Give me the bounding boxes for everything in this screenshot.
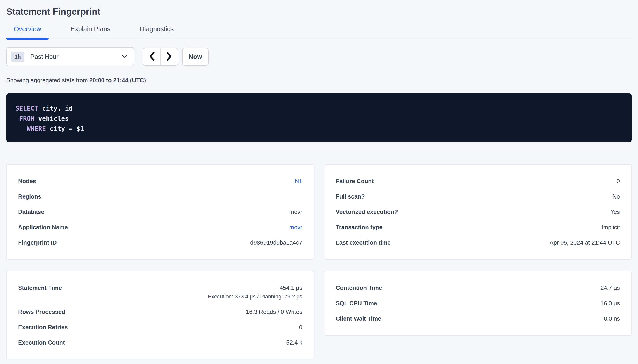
statement-details-card-right: Failure Count 0 Full scan? No Vectorized… xyxy=(324,164,632,260)
row-value: 0 xyxy=(617,178,620,184)
interval-badge: 1h xyxy=(11,52,25,62)
row-value: 0 xyxy=(299,324,302,330)
sql-keyword: FROM xyxy=(19,115,35,122)
cards-grid: Nodes N1 Regions Database movr Applicati… xyxy=(6,164,632,360)
stats-line-prefix: Showing aggregated stats from xyxy=(6,77,89,84)
row-value: 16.0 µs xyxy=(600,300,620,306)
stat-row-client-wait-time: Client Wait Time 0.0 ns xyxy=(336,315,620,322)
time-range-label: Past Hour xyxy=(30,53,122,60)
sql-line: SELECT city, id xyxy=(16,103,622,114)
sql-indent xyxy=(16,125,27,132)
sql-text: vehicles xyxy=(35,115,69,122)
stat-row-contention-time: Contention Time 24.7 µs xyxy=(336,284,620,291)
row-label: Contention Time xyxy=(336,284,389,291)
row-label: Database xyxy=(18,208,51,215)
row-value: 0.0 ns xyxy=(604,315,620,322)
tab-overview[interactable]: Overview xyxy=(6,22,49,39)
row-value: 52.4 k xyxy=(286,339,302,346)
stat-row-sql-cpu-time: SQL CPU Time 16.0 µs xyxy=(336,300,620,306)
stats-line-range: 20:00 to 21:44 (UTC) xyxy=(89,77,146,84)
nodes-link[interactable]: N1 xyxy=(295,178,302,184)
statement-fingerprint-page: Statement Fingerprint Overview Explain P… xyxy=(0,0,638,360)
row-value-block: 454.1 µs Execution: 373.4 µs / Planning:… xyxy=(208,284,302,300)
row-label: Nodes xyxy=(18,178,43,184)
row-label: Execution Retries xyxy=(18,324,75,330)
detail-row-database: Database movr xyxy=(18,208,302,215)
stat-row-execution-count: Execution Count 52.4 k xyxy=(18,339,302,346)
row-label: Last execution time xyxy=(336,239,397,246)
sql-line: WHERE city = $1 xyxy=(16,124,622,134)
row-label: Fingerprint ID xyxy=(18,239,63,246)
row-label: Statement Time xyxy=(18,284,69,291)
row-value: No xyxy=(612,193,620,200)
row-value: 16.3 Reads / 0 Writes xyxy=(246,308,302,315)
sql-line: FROM vehicles xyxy=(16,114,622,124)
row-value: Apr 05, 2024 at 21:44 UTC xyxy=(549,239,620,246)
row-value: 24.7 µs xyxy=(600,284,620,291)
detail-row-failure-count: Failure Count 0 xyxy=(336,178,620,184)
application-name-link[interactable]: movr xyxy=(289,224,302,230)
chevron-down-icon xyxy=(122,54,127,59)
row-value: d986919d9ba1a4c7 xyxy=(250,239,302,246)
sql-keyword: WHERE xyxy=(27,125,46,132)
execution-stats-card-left: Statement Time 454.1 µs Execution: 373.4… xyxy=(6,271,314,360)
detail-row-full-scan: Full scan? No xyxy=(336,193,620,200)
sql-keyword: SELECT xyxy=(16,105,38,112)
aggregated-stats-line: Showing aggregated stats from 20:00 to 2… xyxy=(6,77,632,84)
stat-row-statement-time: Statement Time 454.1 µs Execution: 373.4… xyxy=(18,284,302,300)
row-value: movr xyxy=(289,208,302,215)
row-label: Client Wait Time xyxy=(336,315,388,322)
row-subvalue: Execution: 373.4 µs / Planning: 79.2 µs xyxy=(208,294,302,300)
sql-text: city = $1 xyxy=(46,125,84,132)
row-label: Vectorized execution? xyxy=(336,208,405,215)
stat-row-execution-retries: Execution Retries 0 xyxy=(18,324,302,330)
row-value: 454.1 µs xyxy=(208,284,302,291)
detail-row-vectorized-execution: Vectorized execution? Yes xyxy=(336,208,620,215)
detail-row-fingerprint-id: Fingerprint ID d986919d9ba1a4c7 xyxy=(18,239,302,246)
detail-row-nodes: Nodes N1 xyxy=(18,178,302,184)
time-range-dropdown[interactable]: 1h Past Hour xyxy=(6,47,134,66)
detail-row-last-execution-time: Last execution time Apr 05, 2024 at 21:4… xyxy=(336,239,620,246)
sql-text: city, id xyxy=(38,105,73,112)
time-controls: 1h Past Hour Now xyxy=(6,47,632,66)
execution-stats-card-right: Contention Time 24.7 µs SQL CPU Time 16.… xyxy=(324,271,632,336)
row-label: Execution Count xyxy=(18,339,72,346)
statement-details-card-left: Nodes N1 Regions Database movr Applicati… xyxy=(6,164,314,260)
tab-explain-plans[interactable]: Explain Plans xyxy=(63,22,118,39)
tab-diagnostics[interactable]: Diagnostics xyxy=(132,22,181,39)
row-label: Rows Processed xyxy=(18,308,72,315)
sql-indent xyxy=(16,115,19,122)
now-button[interactable]: Now xyxy=(182,48,209,66)
next-time-button[interactable] xyxy=(160,48,178,65)
row-label: SQL CPU Time xyxy=(336,300,384,306)
time-nav-group xyxy=(143,48,178,66)
sql-statement-box: SELECT city, id FROM vehicles WHERE city… xyxy=(6,93,632,142)
tab-bar: Overview Explain Plans Diagnostics xyxy=(6,22,632,39)
row-label: Regions xyxy=(18,193,48,200)
detail-row-transaction-type: Transaction type Implicit xyxy=(336,224,620,230)
row-label: Transaction type xyxy=(336,224,389,230)
detail-row-regions: Regions xyxy=(18,193,302,200)
chevron-left-icon xyxy=(149,52,155,62)
detail-row-application-name: Application Name movr xyxy=(18,224,302,230)
stat-row-rows-processed: Rows Processed 16.3 Reads / 0 Writes xyxy=(18,308,302,315)
row-label: Application Name xyxy=(18,224,75,230)
page-title: Statement Fingerprint xyxy=(6,6,632,17)
row-label: Failure Count xyxy=(336,178,381,184)
row-value: Yes xyxy=(610,208,620,215)
row-label: Full scan? xyxy=(336,193,372,200)
prev-time-button[interactable] xyxy=(143,48,160,65)
row-value: Implicit xyxy=(601,224,620,230)
chevron-right-icon xyxy=(166,52,172,62)
